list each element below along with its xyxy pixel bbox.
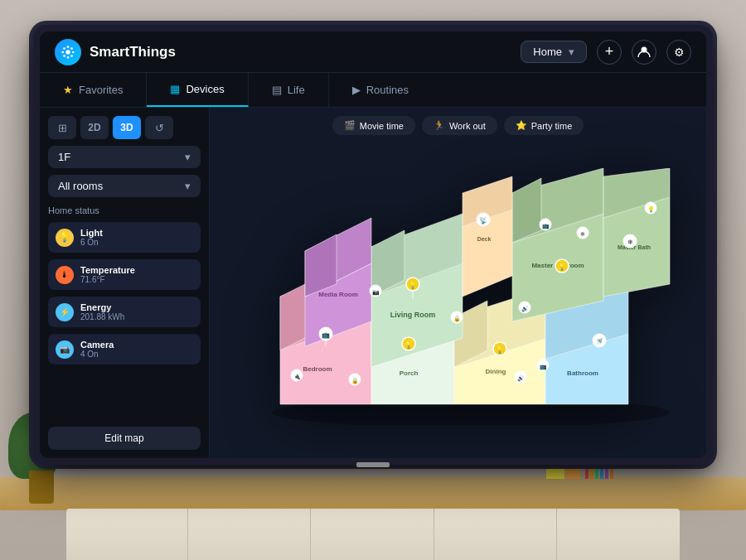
svg-point-6 [70, 47, 73, 50]
svg-text:💡: 💡 [558, 263, 566, 271]
svg-point-2 [67, 56, 70, 58]
svg-text:📺: 📺 [539, 363, 546, 370]
svg-point-4 [72, 51, 75, 53]
camera-name: Camera [80, 340, 114, 350]
energy-icon: ⚡ [56, 303, 74, 321]
svg-text:🔊: 🔊 [521, 305, 528, 312]
nav-tabs: ★ Favorites ▦ Devices ▤ Life ▶ Routines [40, 73, 706, 108]
scene-bar: 🎬 Movie time 🏃 Work out ⭐ Party time [221, 116, 695, 135]
camera-icon: 📷 [56, 340, 74, 359]
header: SmartThings Home ▾ + ⚙ [40, 31, 706, 73]
svg-text:❄: ❄ [627, 239, 632, 246]
view-controls: ⊞ 2D 3D ↺ [48, 116, 201, 139]
profile-button[interactable] [632, 40, 656, 65]
scene-workout[interactable]: 🏃 Work out [422, 116, 497, 135]
status-item-camera[interactable]: 📷 Camera 4 On [48, 334, 201, 364]
status-item-temperature[interactable]: 🌡 Temperature 71.6°F [48, 259, 201, 290]
tab-favorites[interactable]: ★ Favorites [40, 73, 147, 107]
svg-text:💡: 💡 [496, 345, 504, 354]
map-area: 🎬 Movie time 🏃 Work out ⭐ Party time [210, 108, 706, 458]
home-status-title: Home status [48, 205, 201, 215]
svg-text:Deck: Deck [477, 236, 491, 242]
energy-name: Energy [80, 302, 124, 312]
floor-selector[interactable]: 1F ▾ [48, 146, 201, 168]
floor-plan: Bedroom Porch Dining Bathroom Living Roo… [221, 143, 695, 450]
scene-movie[interactable]: 🎬 Movie time [332, 116, 415, 135]
svg-text:💡: 💡 [647, 205, 654, 213]
light-name: Light [80, 228, 103, 238]
svg-text:🔒: 🔒 [351, 377, 358, 384]
add-button[interactable]: + [597, 40, 622, 65]
svg-text:📺: 📺 [322, 331, 330, 339]
temperature-name: Temperature [80, 265, 135, 275]
home-selector[interactable]: Home ▾ [521, 41, 587, 63]
svg-text:Bedroom: Bedroom [303, 365, 332, 373]
svg-point-8 [70, 55, 73, 57]
camera-value: 4 On [80, 350, 114, 359]
status-item-energy[interactable]: ⚡ Energy 201.88 kWh [48, 297, 201, 327]
settings-button[interactable]: ⚙ [666, 40, 691, 65]
3d-view-btn[interactable]: 3D [113, 116, 141, 139]
svg-text:Living Room: Living Room [390, 311, 435, 319]
svg-text:💡: 💡 [409, 281, 417, 289]
svg-point-0 [65, 50, 70, 54]
light-value: 6 On [80, 238, 103, 247]
svg-point-5 [63, 47, 65, 50]
light-icon: 💡 [56, 229, 74, 247]
header-controls: Home ▾ + ⚙ [521, 40, 691, 65]
room-selector[interactable]: All rooms ▾ [48, 175, 201, 197]
svg-text:💡: 💡 [404, 340, 413, 349]
svg-text:📡: 📡 [479, 216, 487, 224]
status-item-light[interactable]: 💡 Light 6 On [48, 222, 201, 253]
energy-value: 201.88 kWh [80, 312, 124, 321]
floor-plan-svg: Bedroom Porch Dining Bathroom Living Roo… [239, 168, 678, 425]
2d-view-btn[interactable]: 2D [80, 116, 109, 139]
temperature-icon: 🌡 [56, 266, 74, 284]
main-content: ⊞ 2D 3D ↺ 1F ▾ All rooms ▾ [40, 108, 706, 458]
svg-text:📷: 📷 [371, 288, 379, 296]
app-name: SmartThings [90, 44, 176, 60]
svg-text:🚿: 🚿 [595, 337, 603, 345]
svg-text:❄: ❄ [580, 231, 585, 237]
scene-party[interactable]: ⭐ Party time [504, 116, 584, 135]
svg-text:Bathroom: Bathroom [567, 369, 598, 377]
grid-view-btn[interactable]: ⊞ [48, 116, 76, 139]
svg-text:Porch: Porch [399, 369, 418, 377]
svg-text:Media Room: Media Room [318, 291, 358, 298]
tab-routines[interactable]: ▶ Routines [329, 73, 432, 107]
svg-text:📺: 📺 [541, 222, 549, 229]
tab-life[interactable]: ▤ Life [249, 73, 329, 107]
sidebar: ⊞ 2D 3D ↺ 1F ▾ All rooms ▾ [40, 108, 210, 458]
svg-text:🔒: 🔒 [453, 315, 460, 322]
logo-area: SmartThings [55, 39, 521, 65]
smartthings-logo [55, 39, 81, 65]
tab-devices[interactable]: ▦ Devices [147, 73, 248, 107]
svg-point-7 [63, 55, 65, 57]
svg-text:Dining: Dining [485, 368, 506, 375]
svg-point-1 [67, 46, 70, 48]
svg-text:🔌: 🔌 [293, 373, 300, 380]
history-view-btn[interactable]: ↺ [145, 116, 173, 139]
svg-text:🔊: 🔊 [516, 374, 524, 382]
svg-point-3 [61, 51, 64, 53]
edit-map-button[interactable]: Edit map [48, 427, 201, 450]
temperature-value: 71.6°F [80, 275, 135, 284]
